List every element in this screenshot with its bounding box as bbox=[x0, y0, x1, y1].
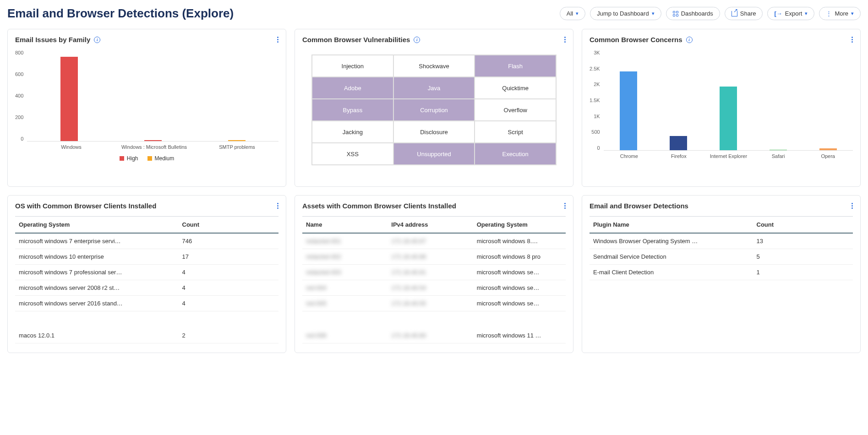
filter-all-label: All bbox=[567, 10, 573, 17]
vuln-cell-Injection[interactable]: Injection bbox=[312, 55, 393, 77]
vuln-cell-XSS[interactable]: XSS bbox=[312, 143, 393, 165]
vuln-cell-Java[interactable]: Java bbox=[393, 77, 475, 99]
vuln-grid: InjectionShockwaveFlashAdobeJavaQuicktim… bbox=[311, 54, 557, 165]
table-row[interactable]: microsoft windows server 2008 r2 st…4 bbox=[15, 280, 278, 296]
chevron-down-icon: ▾ bbox=[851, 11, 854, 16]
table-row[interactable]: redacted-001172.16.40.87microsoft window… bbox=[302, 234, 566, 249]
vuln-cell-Script[interactable]: Script bbox=[475, 121, 556, 143]
table-header: Name IPv4 address Operating System bbox=[302, 217, 566, 234]
x-tick: Windows : Microsoft Bulletins bbox=[113, 141, 196, 150]
vuln-cell-Shockwave[interactable]: Shockwave bbox=[393, 55, 475, 77]
card-menu-button[interactable] bbox=[564, 37, 566, 43]
card-menu-button[interactable] bbox=[852, 37, 853, 43]
share-icon bbox=[732, 11, 737, 16]
card-title-text: OS with Common Browser Clients Installed bbox=[15, 202, 156, 210]
table-row[interactable]: red-004172.16.40.54microsoft windows se… bbox=[302, 280, 566, 296]
table-row[interactable]: microsoft windows 7 enterprise servi…746 bbox=[15, 234, 278, 249]
page-title: Email and Browser Detections (Explore) bbox=[7, 6, 234, 21]
vuln-cell-Quicktime[interactable]: Quicktime bbox=[475, 77, 556, 99]
table-row[interactable]: microsoft windows server 2016 stand…4 bbox=[15, 296, 278, 311]
x-tick: Firefox bbox=[654, 153, 704, 159]
card-menu-button[interactable] bbox=[277, 37, 278, 43]
swatch-medium bbox=[147, 156, 152, 161]
table-row[interactable]: Sendmail Service Detection5 bbox=[590, 249, 853, 265]
col-os[interactable]: Operating System bbox=[19, 221, 182, 228]
card-assets: Assets with Common Browser Clients Insta… bbox=[295, 195, 573, 353]
vuln-cell-Jacking[interactable]: Jacking bbox=[312, 121, 393, 143]
bar-Chrome[interactable] bbox=[620, 71, 637, 150]
swatch-high bbox=[120, 156, 124, 161]
table-header: Plugin Name Count bbox=[590, 217, 853, 234]
legend-high-label: High bbox=[127, 155, 138, 162]
table-row[interactable]: red-005172.16.40.55microsoft windows se… bbox=[302, 296, 566, 311]
bc1-plot[interactable] bbox=[27, 50, 278, 141]
table-row[interactable]: E-mail Client Detection1 bbox=[590, 265, 853, 280]
info-icon[interactable]: i bbox=[414, 37, 420, 43]
table-row[interactable] bbox=[15, 311, 278, 320]
card-menu-button[interactable] bbox=[277, 203, 278, 209]
col-plugin[interactable]: Plugin Name bbox=[593, 221, 757, 228]
bar-SMTP problems-Medium[interactable] bbox=[228, 140, 246, 141]
card-os-clients: OS with Common Browser Clients Installed… bbox=[7, 195, 286, 353]
table-row[interactable]: red-006172.16.40.60microsoft windows 11 … bbox=[302, 328, 566, 343]
filter-all-button[interactable]: All▾ bbox=[560, 7, 585, 20]
vuln-cell-Flash[interactable]: Flash bbox=[475, 55, 556, 77]
table-row[interactable]: macos 12.0.12 bbox=[15, 328, 278, 343]
vuln-cell-Disclosure[interactable]: Disclosure bbox=[393, 121, 475, 143]
vuln-cell-Execution[interactable]: Execution bbox=[475, 143, 556, 165]
legend-medium[interactable]: Medium bbox=[147, 155, 175, 162]
info-icon[interactable]: i bbox=[686, 37, 693, 43]
bar-Windows-High[interactable] bbox=[60, 57, 78, 141]
table-row[interactable] bbox=[302, 320, 566, 328]
bar-Internet Explorer[interactable] bbox=[720, 87, 737, 150]
card-menu-button[interactable] bbox=[564, 203, 566, 209]
table-row[interactable]: Windows Browser Operating System …13 bbox=[590, 234, 853, 249]
vuln-cell-Unsupported[interactable]: Unsupported bbox=[393, 143, 475, 165]
x-tick: Opera bbox=[803, 153, 853, 159]
export-icon: [→ bbox=[774, 10, 782, 17]
vuln-cell-Bypass[interactable]: Bypass bbox=[312, 99, 393, 121]
col-name[interactable]: Name bbox=[306, 221, 391, 228]
table-row[interactable]: redacted-002172.16.40.88microsoft window… bbox=[302, 249, 566, 265]
col-os[interactable]: Operating System bbox=[477, 221, 562, 228]
table-row[interactable]: microsoft windows 7 professional ser…4 bbox=[15, 265, 278, 280]
assets-table-body[interactable]: redacted-001172.16.40.87microsoft window… bbox=[302, 234, 566, 348]
col-ip[interactable]: IPv4 address bbox=[391, 221, 476, 228]
jump-dashboard-button[interactable]: Jump to Dashboard▾ bbox=[590, 7, 661, 20]
more-button[interactable]: ⋮More▾ bbox=[819, 7, 861, 20]
detections-table-body[interactable]: Windows Browser Operating System …13Send… bbox=[590, 234, 853, 348]
x-tick: Internet Explorer bbox=[704, 153, 753, 159]
col-count[interactable]: Count bbox=[182, 221, 275, 228]
vuln-cell-Corruption[interactable]: Corruption bbox=[393, 99, 475, 121]
vuln-cell-Overflow[interactable]: Overflow bbox=[475, 99, 556, 121]
card-title-text: Common Browser Vulnerabilities bbox=[302, 36, 410, 44]
os-table-body[interactable]: microsoft windows 7 enterprise servi…746… bbox=[15, 234, 278, 348]
share-button[interactable]: Share bbox=[725, 7, 763, 20]
bar-Opera[interactable] bbox=[819, 148, 837, 150]
bc1-y-axis: 8006004002000 bbox=[15, 50, 27, 141]
card-title-text: Assets with Common Browser Clients Insta… bbox=[302, 202, 456, 210]
bar-Firefox[interactable] bbox=[670, 136, 687, 150]
bar-Windows : Microsoft Bulletins-High[interactable] bbox=[144, 140, 162, 141]
bc1-x-axis: WindowsWindows : Microsoft BulletinsSMTP… bbox=[30, 141, 278, 150]
export-button[interactable]: [→Export▾ bbox=[767, 7, 814, 20]
bc2-y-axis: 3K2.5K2K1.5K1K5000 bbox=[590, 50, 604, 151]
chevron-down-icon: ▾ bbox=[652, 11, 655, 16]
bar-Safari[interactable] bbox=[770, 150, 787, 150]
vuln-cell-Adobe[interactable]: Adobe bbox=[312, 77, 393, 99]
dashboards-button[interactable]: Dashboards bbox=[666, 7, 720, 20]
bc2-plot[interactable] bbox=[604, 50, 853, 151]
x-tick: SMTP problems bbox=[196, 141, 278, 150]
card-vulnerabilities: Common Browser Vulnerabilitiesi Injectio… bbox=[295, 29, 573, 187]
table-row[interactable]: microsoft windows 10 enterprise17 bbox=[15, 249, 278, 265]
legend-high[interactable]: High bbox=[120, 155, 138, 162]
dashboards-icon bbox=[673, 11, 678, 16]
info-icon[interactable]: i bbox=[94, 37, 100, 43]
table-row[interactable] bbox=[15, 320, 278, 328]
card-menu-button[interactable] bbox=[852, 203, 853, 209]
header-actions: All▾ Jump to Dashboard▾ Dashboards Share… bbox=[560, 7, 861, 20]
table-row[interactable] bbox=[302, 311, 566, 320]
chevron-down-icon: ▾ bbox=[576, 11, 579, 16]
table-row[interactable]: redacted-003172.16.40.91microsoft window… bbox=[302, 265, 566, 280]
col-count[interactable]: Count bbox=[757, 221, 850, 228]
